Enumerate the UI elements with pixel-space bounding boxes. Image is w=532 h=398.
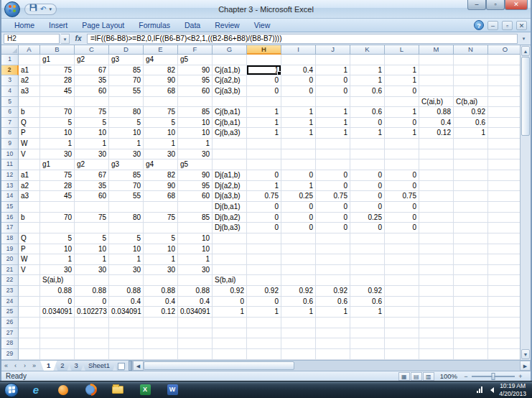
row-header-3[interactable]: 3 <box>1 75 19 86</box>
ribbon-tab-view[interactable]: View <box>247 19 278 32</box>
cell-L24[interactable] <box>385 297 419 307</box>
cell-J13[interactable]: 0 <box>316 181 350 192</box>
cell-C28[interactable] <box>75 338 109 349</box>
cell-D8[interactable]: 10 <box>109 128 144 139</box>
cell-H7[interactable]: 1 <box>247 118 281 129</box>
cell-I21[interactable] <box>281 265 316 276</box>
cell-J18[interactable] <box>316 233 350 244</box>
column-header-A[interactable]: A <box>19 45 40 55</box>
cell-E19[interactable]: 10 <box>144 244 178 255</box>
cell-F21[interactable]: 30 <box>178 265 213 276</box>
cell-C13[interactable]: 35 <box>75 181 109 192</box>
taskbar-icon-internet-explorer[interactable]: e <box>27 383 45 397</box>
row-header-2[interactable]: 2 <box>1 65 19 76</box>
cell-L12[interactable]: 0 <box>385 170 419 181</box>
cell-K3[interactable]: 1 <box>350 75 385 86</box>
cell-F22[interactable] <box>178 275 213 286</box>
restore-button[interactable]: ▫ <box>486 0 505 10</box>
cell-N16[interactable] <box>454 213 488 223</box>
cell-M10[interactable] <box>419 149 454 160</box>
cell-C12[interactable]: 67 <box>75 170 109 181</box>
cell-D12[interactable]: 85 <box>109 170 144 181</box>
cell-A28[interactable] <box>19 338 40 349</box>
help-button[interactable]: ? <box>474 20 484 30</box>
cell-G5[interactable] <box>213 97 247 108</box>
row-header-26[interactable]: 26 <box>1 318 19 328</box>
cell-H17[interactable]: 0 <box>247 223 281 233</box>
qat-dropdown-button[interactable]: ▾ <box>49 4 52 14</box>
scroll-right-button[interactable]: ▶ <box>520 361 531 371</box>
row-header-18[interactable]: 18 <box>1 233 19 244</box>
cell-K29[interactable] <box>350 349 385 360</box>
cell-E8[interactable]: 10 <box>144 128 178 139</box>
row-header-7[interactable]: 7 <box>1 118 19 129</box>
row-header-5[interactable]: 5 <box>1 97 19 108</box>
cell-G3[interactable]: Cj(a2,b) <box>213 75 247 86</box>
cell-K27[interactable] <box>350 328 385 339</box>
cell-C4[interactable]: 60 <box>75 86 109 97</box>
cell-N18[interactable] <box>454 233 488 244</box>
cell-K15[interactable]: 0 <box>350 202 385 213</box>
cell-B13[interactable]: 28 <box>40 181 75 192</box>
cell-M5[interactable]: C(ai,b) <box>419 97 454 108</box>
cell-C14[interactable]: 60 <box>75 191 109 202</box>
cell-J9[interactable] <box>316 139 350 149</box>
cell-G7[interactable]: Cj(b,a1) <box>213 118 247 129</box>
save-button[interactable] <box>29 4 37 14</box>
cell-B12[interactable]: 75 <box>40 170 75 181</box>
ribbon-tab-formulas[interactable]: Formulas <box>131 19 177 32</box>
cell-J7[interactable]: 1 <box>316 118 350 129</box>
cell-I26[interactable] <box>281 318 316 328</box>
cell-A3[interactable]: a2 <box>19 75 40 86</box>
cell-O4[interactable] <box>488 86 523 97</box>
cell-H28[interactable] <box>247 338 281 349</box>
cell-D6[interactable]: 80 <box>109 107 144 118</box>
cell-I15[interactable]: 0 <box>281 202 316 213</box>
cell-O18[interactable] <box>488 233 523 244</box>
cell-B3[interactable]: 28 <box>40 75 75 86</box>
cell-A5[interactable] <box>19 97 40 108</box>
cell-H11[interactable] <box>247 159 281 170</box>
sheet-tab-1[interactable]: 1 <box>40 361 57 371</box>
column-header-F[interactable]: F <box>178 45 213 55</box>
cell-O17[interactable] <box>488 223 523 233</box>
cell-C27[interactable] <box>75 328 109 339</box>
cell-N27[interactable] <box>454 328 488 339</box>
row-header-22[interactable]: 22 <box>1 275 19 286</box>
cell-I12[interactable]: 0 <box>281 170 316 181</box>
cell-A22[interactable] <box>19 275 40 286</box>
cell-A1[interactable] <box>19 55 40 65</box>
cell-H23[interactable]: 0.92 <box>247 286 281 297</box>
cell-L20[interactable] <box>385 254 419 265</box>
vertical-scrollbar[interactable]: ▲ ▼ <box>520 45 531 360</box>
cell-A12[interactable]: a1 <box>19 170 40 181</box>
scroll-up-button[interactable]: ▲ <box>521 46 530 56</box>
cell-N19[interactable] <box>454 244 488 255</box>
cell-K8[interactable]: 1 <box>350 128 385 139</box>
cell-F7[interactable]: 10 <box>178 118 213 129</box>
cell-M7[interactable]: 0.4 <box>419 118 454 129</box>
cell-C23[interactable]: 0.88 <box>75 286 109 297</box>
sheet-tab-sheet1[interactable]: Sheet1 <box>82 361 116 371</box>
cell-B22[interactable]: S(ai,b) <box>40 275 75 286</box>
cell-K11[interactable] <box>350 159 385 170</box>
cell-O7[interactable] <box>488 118 523 129</box>
cell-E2[interactable]: 82 <box>144 65 178 76</box>
cell-F27[interactable] <box>178 328 213 339</box>
cell-A10[interactable]: V <box>19 149 40 160</box>
cell-E22[interactable] <box>144 275 178 286</box>
cell-N10[interactable] <box>454 149 488 160</box>
cell-H26[interactable] <box>247 318 281 328</box>
cell-I1[interactable] <box>281 55 316 65</box>
cell-L25[interactable] <box>385 307 419 318</box>
view-page-layout-button[interactable]: ▤ <box>411 372 422 381</box>
cell-O10[interactable] <box>488 149 523 160</box>
cell-N28[interactable] <box>454 338 488 349</box>
cell-H14[interactable]: 0.75 <box>247 191 281 202</box>
ribbon-tab-page-layout[interactable]: Page Layout <box>75 19 131 32</box>
select-all-corner[interactable] <box>1 45 19 55</box>
cell-K9[interactable] <box>350 139 385 149</box>
cell-O11[interactable] <box>488 159 523 170</box>
cell-M12[interactable] <box>419 170 454 181</box>
cell-I3[interactable]: 0 <box>281 75 316 86</box>
